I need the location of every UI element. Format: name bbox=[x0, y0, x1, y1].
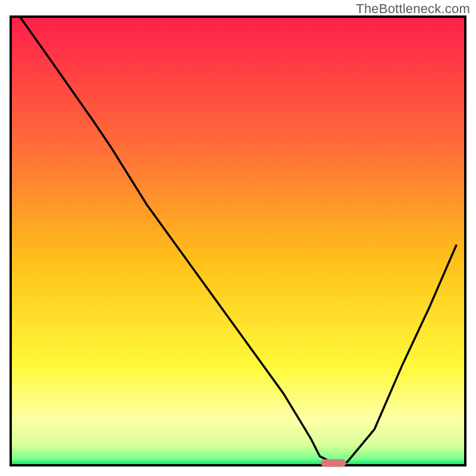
chart-background-gradient bbox=[11, 17, 465, 465]
watermark-text: TheBottleneck.com bbox=[356, 1, 470, 17]
chart-frame: TheBottleneck.com bbox=[0, 0, 476, 476]
chart-svg bbox=[0, 0, 476, 476]
optimal-marker bbox=[321, 459, 346, 467]
